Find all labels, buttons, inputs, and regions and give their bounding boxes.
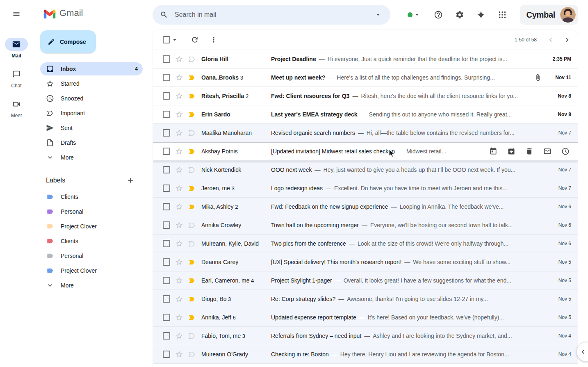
importance-marker[interactable] bbox=[187, 55, 196, 63]
importance-marker[interactable] bbox=[187, 258, 196, 266]
star-icon[interactable] bbox=[175, 55, 183, 63]
row-checkbox[interactable] bbox=[163, 185, 170, 192]
importance-marker[interactable] bbox=[187, 350, 196, 358]
select-all-checkbox[interactable] bbox=[163, 36, 170, 43]
sidebar-item-inbox[interactable]: Inbox4 bbox=[40, 62, 143, 75]
star-icon[interactable] bbox=[175, 92, 183, 100]
email-row[interactable]: Earl, Cameron, me 4Project Skylight 1-pa… bbox=[153, 271, 578, 290]
presence-menu[interactable] bbox=[408, 11, 421, 18]
label-item-personal[interactable]: Personal bbox=[40, 249, 143, 262]
search-icon[interactable] bbox=[156, 7, 172, 23]
email-row[interactable]: Erin SardoLast year's EMEA strategy deck… bbox=[153, 105, 578, 124]
email-row[interactable]: Maalika ManoharanRevised organic search … bbox=[153, 124, 578, 142]
delete-icon[interactable] bbox=[520, 142, 538, 160]
star-icon[interactable] bbox=[175, 276, 183, 285]
apps-grid-button[interactable] bbox=[493, 5, 512, 24]
row-checkbox[interactable] bbox=[163, 74, 170, 81]
star-icon[interactable] bbox=[175, 258, 183, 266]
search-input[interactable] bbox=[172, 11, 370, 18]
email-row[interactable]: Nick KortendickOOO next week—Hey, just w… bbox=[153, 161, 578, 179]
star-icon[interactable] bbox=[175, 73, 183, 82]
rail-item-chat[interactable]: Chat bbox=[5, 68, 28, 89]
row-checkbox[interactable] bbox=[163, 332, 170, 340]
row-checkbox[interactable] bbox=[163, 55, 170, 63]
importance-marker[interactable] bbox=[187, 184, 196, 192]
importance-marker[interactable] bbox=[187, 276, 196, 285]
sidebar-item-important[interactable]: Important bbox=[40, 107, 143, 120]
importance-marker[interactable] bbox=[187, 332, 196, 340]
create-label-button[interactable] bbox=[125, 175, 136, 186]
row-checkbox[interactable] bbox=[163, 129, 170, 137]
row-checkbox[interactable] bbox=[163, 314, 170, 321]
importance-marker[interactable] bbox=[187, 73, 196, 82]
importance-marker[interactable] bbox=[187, 239, 196, 248]
label-item-project-clover[interactable]: Project Clover bbox=[40, 220, 143, 233]
star-icon[interactable] bbox=[175, 166, 183, 174]
row-checkbox[interactable] bbox=[163, 166, 170, 173]
newer-page-button[interactable] bbox=[542, 32, 559, 48]
search-bar[interactable] bbox=[153, 5, 390, 25]
older-page-button[interactable] bbox=[559, 32, 575, 48]
row-checkbox[interactable] bbox=[163, 351, 170, 358]
row-checkbox[interactable] bbox=[163, 277, 170, 284]
snooze-icon[interactable] bbox=[556, 142, 574, 160]
email-row[interactable]: Muireann, Kylie, DavidTwo pics from the … bbox=[153, 235, 578, 253]
event-icon[interactable] bbox=[484, 142, 502, 160]
label-item-clients[interactable]: Clients bbox=[40, 190, 143, 203]
row-checkbox[interactable] bbox=[163, 221, 170, 229]
star-icon[interactable] bbox=[175, 313, 183, 321]
star-icon[interactable] bbox=[175, 110, 183, 119]
compose-button[interactable]: Compose bbox=[40, 30, 96, 53]
archive-icon[interactable] bbox=[502, 142, 520, 160]
email-row[interactable]: Mika, Ashley 2Fwd: Feedback on the new s… bbox=[153, 198, 578, 216]
importance-marker[interactable] bbox=[187, 147, 196, 155]
email-row[interactable]: Jeroen, me 3Logo redesign ideas—Excellen… bbox=[153, 179, 578, 198]
sidebar-item-snoozed[interactable]: Snoozed bbox=[40, 92, 143, 105]
row-checkbox[interactable] bbox=[163, 240, 170, 247]
importance-marker[interactable] bbox=[187, 166, 196, 174]
star-icon[interactable] bbox=[175, 295, 183, 303]
email-row[interactable]: Annika, Jeff 6Updated expense report tem… bbox=[153, 308, 578, 327]
star-icon[interactable] bbox=[175, 147, 183, 155]
email-row[interactable]: Diogo, Bo 3Re: Corp strategy slides?—Awe… bbox=[153, 290, 578, 308]
settings-button[interactable] bbox=[450, 5, 469, 24]
labels-more[interactable]: More bbox=[40, 279, 143, 292]
star-icon[interactable] bbox=[175, 221, 183, 229]
row-checkbox[interactable] bbox=[163, 148, 170, 155]
email-row[interactable]: Ritesh, Priscilla 2Fwd: Client resources… bbox=[153, 87, 578, 105]
sidebar-item-drafts[interactable]: Drafts bbox=[40, 136, 143, 149]
row-checkbox[interactable] bbox=[163, 111, 170, 118]
importance-marker[interactable] bbox=[187, 203, 196, 211]
sidebar-item-sent[interactable]: Sent bbox=[40, 121, 143, 134]
star-icon[interactable] bbox=[175, 332, 183, 340]
label-item-personal[interactable]: Personal bbox=[40, 205, 143, 218]
rail-item-mail[interactable]: Mail bbox=[5, 38, 28, 59]
row-checkbox[interactable] bbox=[163, 203, 170, 210]
more-options-button[interactable] bbox=[205, 32, 222, 48]
email-row[interactable]: Akshay Potnis[Updated invitation] Midwes… bbox=[153, 142, 578, 161]
sidebar-item-starred[interactable]: Starred bbox=[40, 77, 143, 90]
email-row[interactable]: Annika CrowleyTown hall on the upcoming … bbox=[153, 216, 578, 235]
email-row[interactable]: Fabio, Tom, me 3Referrals from Sydney – … bbox=[153, 327, 578, 345]
gmail-logo[interactable]: Gmail bbox=[33, 0, 153, 26]
star-icon[interactable] bbox=[175, 184, 183, 192]
email-row[interactable]: Muireann O'GradyChecking in re: Boston—H… bbox=[153, 345, 578, 364]
main-menu-button[interactable] bbox=[7, 4, 26, 24]
importance-marker[interactable] bbox=[187, 221, 196, 229]
star-icon[interactable] bbox=[175, 239, 183, 248]
importance-marker[interactable] bbox=[187, 110, 196, 119]
label-item-project-clover[interactable]: Project Clover bbox=[40, 264, 143, 277]
row-checkbox[interactable] bbox=[163, 92, 170, 100]
row-checkbox[interactable] bbox=[163, 295, 170, 303]
star-icon[interactable] bbox=[175, 203, 183, 211]
account-avatar[interactable] bbox=[560, 7, 576, 23]
refresh-button[interactable] bbox=[187, 32, 203, 48]
star-icon[interactable] bbox=[175, 129, 183, 137]
label-item-clients[interactable]: Clients bbox=[40, 235, 143, 248]
star-icon[interactable] bbox=[175, 350, 183, 358]
row-checkbox[interactable] bbox=[163, 258, 170, 266]
mark-as-read-icon[interactable] bbox=[538, 142, 556, 160]
help-button[interactable] bbox=[429, 5, 448, 24]
sidebar-item-more[interactable]: More bbox=[40, 151, 143, 164]
importance-marker[interactable] bbox=[187, 92, 196, 100]
